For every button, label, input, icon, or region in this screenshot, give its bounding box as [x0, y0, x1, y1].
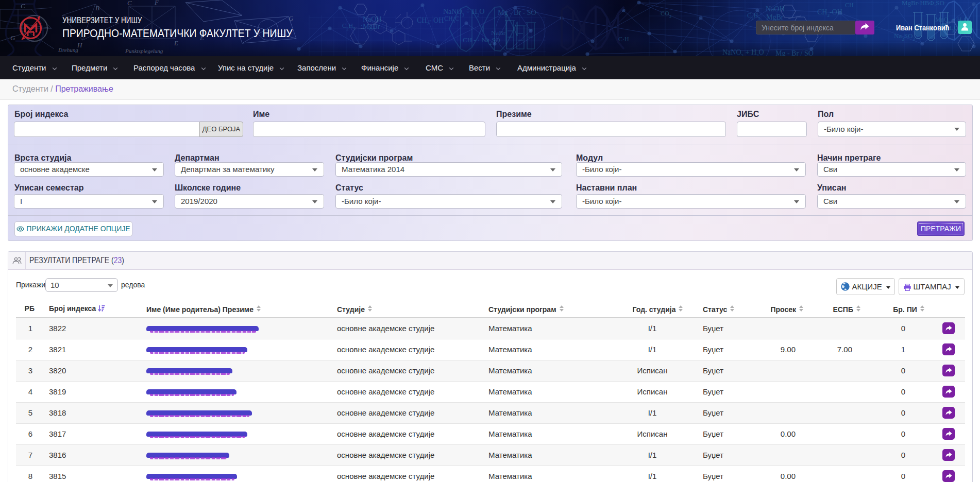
- svg-text:B: B: [95, 4, 99, 12]
- svg-text:C2H5: C2H5: [747, 12, 761, 21]
- svg-text:C2H5: C2H5: [342, 22, 356, 31]
- svg-text:CH: CH: [845, 2, 854, 9]
- svg-text::MgBr: :MgBr: [361, 23, 380, 30]
- svg-text:CH3C: CH3C: [444, 15, 459, 24]
- svg-text:Mg - Br / SO: Mg - Br / SO: [775, 49, 814, 56]
- svg-text:F: F: [154, 0, 159, 6]
- svg-text:NaOH: NaOH: [766, 5, 785, 13]
- svg-text:MgBr·HBΦ,SO: MgBr·HBΦ,SO: [902, 0, 944, 7]
- svg-text:E: E: [174, 39, 178, 47]
- svg-text:CH2- OH: CH2- OH: [417, 16, 444, 26]
- svg-text:NaNO3 + H2O: NaNO3 + H2O: [722, 48, 764, 56]
- svg-text:CO2: CO2: [661, 10, 671, 19]
- svg-text:CH2-OH: CH2-OH: [817, 8, 842, 18]
- svg-text:C·H: C·H: [618, 36, 629, 43]
- svg-text:C: C: [127, 0, 132, 7]
- svg-text:NaOH: NaOH: [363, 15, 382, 23]
- svg-text:Drehung: Drehung: [58, 47, 78, 53]
- svg-text:MgBr: MgBr: [766, 13, 784, 21]
- svg-text:NaBr: NaBr: [491, 29, 506, 37]
- svg-text:G: G: [10, 34, 15, 42]
- svg-text:Punktspiegelung: Punktspiegelung: [125, 48, 163, 54]
- svg-text:Na2SO3: Na2SO3: [894, 32, 915, 42]
- svg-text:C: C: [21, 2, 25, 10]
